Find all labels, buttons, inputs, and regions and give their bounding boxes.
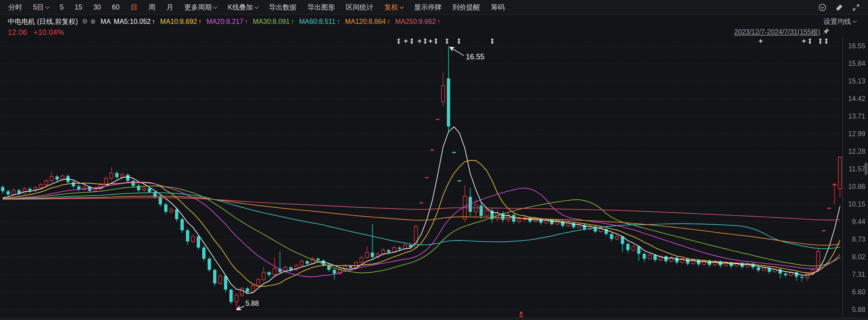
price-axis-label: 6.60 xyxy=(844,288,865,296)
toolbar-item-label: 30 xyxy=(93,3,101,11)
toolbar-item-label: 月 xyxy=(166,3,173,12)
ma-legend-text: MA250:9.662 xyxy=(395,18,436,25)
brush-icon[interactable] xyxy=(835,3,843,11)
toolbar-item-日[interactable]: 日 xyxy=(130,3,137,12)
price-axis-label: 12.28 xyxy=(844,148,865,156)
scrollbar-thumb[interactable] xyxy=(864,163,867,175)
price-axis-label: 16.55 xyxy=(844,42,865,50)
toolbar-item-区间统计[interactable]: 区间统计 xyxy=(346,3,373,12)
up-arrow-icon: ↑ xyxy=(245,18,248,25)
ma-legend-item-MA60: MA60:8.511↑ xyxy=(299,18,340,25)
close-icon[interactable]: ⊗ xyxy=(90,18,96,25)
price-axis-label: 13.71 xyxy=(844,112,865,120)
price-axis-label: 12.99 xyxy=(844,130,865,138)
ma-legend-item-MA250: MA250:9.662↑ xyxy=(395,18,440,25)
price-axis-label: 15.84 xyxy=(844,60,865,68)
stock-name: 中电电机 (日线,前复权) xyxy=(8,17,78,26)
stock-chart-app: 分时5日5153060日周月更多周期K线叠加导出数据导出图形区间统计复权显示停牌… xyxy=(0,0,868,320)
ma-legend-text: MA10:8.692 xyxy=(160,18,197,25)
ma-legend-text: MA20:8.217 xyxy=(207,18,243,25)
kline-plot-region[interactable] xyxy=(0,37,843,319)
ma-legend-item-MA5: MA5:10.052↑ xyxy=(114,18,156,25)
toolbar-item-label: 周 xyxy=(148,3,155,12)
toolbar-item-5[interactable]: 5 xyxy=(60,3,64,11)
toolbar-item-label: 60 xyxy=(112,3,120,11)
toolbar-item-5日[interactable]: 5日 xyxy=(33,3,49,12)
chevron-down-icon xyxy=(213,4,217,9)
toolbar-item-周[interactable]: 周 xyxy=(148,3,155,12)
price-axis-label: 14.42 xyxy=(844,95,865,103)
price-axis-label: 8.02 xyxy=(844,253,865,261)
ma-legend-item-MA10: MA10:8.692↑ xyxy=(160,18,202,25)
ma-legend: MA5:10.052↑MA10:8.692↑MA20:8.217↑MA30:8.… xyxy=(114,18,445,26)
up-arrow-icon: ↑ xyxy=(198,18,202,25)
toolbar-item-月[interactable]: 月 xyxy=(166,3,173,12)
price-axis: 16.5515.8415.1314.4213.7112.9912.2811.57… xyxy=(844,0,867,320)
chevron-down-icon xyxy=(400,4,404,9)
ma-legend-text: MA60:8.511 xyxy=(299,18,336,25)
toolbar-item-label: 15 xyxy=(75,3,83,11)
toolbar-item-到价提醒[interactable]: 到价提醒 xyxy=(453,3,480,12)
toolbar-item-label: 到价提醒 xyxy=(453,3,480,12)
gear-icon[interactable]: ⚙ xyxy=(82,18,88,25)
toolbar-item-导出图形[interactable]: 导出图形 xyxy=(308,3,335,12)
change-percent: +10.04% xyxy=(34,28,64,36)
period-toolbar: 分时5日5153060日周月更多周期K线叠加导出数据导出图形区间统计复权显示停牌… xyxy=(0,0,868,15)
price-axis-label: 7.31 xyxy=(844,270,865,279)
toolbar-item-label: 日 xyxy=(130,3,137,12)
toolbar-item-15[interactable]: 15 xyxy=(75,3,83,11)
last-price-change: 12.06 +10.04% xyxy=(8,28,64,37)
price-axis-label: 10.15 xyxy=(844,200,865,208)
date-range-text: 2023/12/7-2024/7/31(155根) xyxy=(734,27,820,37)
toolbar-item-30[interactable]: 30 xyxy=(93,3,101,11)
chevron-down-icon xyxy=(254,4,259,9)
toolbar-item-label: 更多周期 xyxy=(184,3,212,12)
collapse-circle-icon[interactable] xyxy=(818,3,827,12)
up-arrow-icon: ↑ xyxy=(152,18,156,25)
ma-legend-text: MA30:8.091 xyxy=(253,18,290,25)
ma-legend-item-MA120: MA120:8.864↑ xyxy=(345,18,390,25)
toolbar-item-label: 导出数据 xyxy=(269,3,297,12)
toolbar-item-K线叠加[interactable]: K线叠加 xyxy=(228,3,258,12)
ma-indicator-label: MA xyxy=(100,18,111,26)
up-arrow-icon: ↑ xyxy=(437,18,441,25)
toolbar-item-label: 5 xyxy=(60,3,64,11)
toolbar-item-导出数据[interactable]: 导出数据 xyxy=(269,3,297,12)
chart-info-row: 12.06 +10.04% 2023/12/7-2024/7/31(155根) xyxy=(0,27,868,39)
toolbar-item-60[interactable]: 60 xyxy=(112,3,120,11)
toolbar-items: 分时5日5153060日周月更多周期K线叠加导出数据导出图形区间统计复权显示停牌… xyxy=(8,3,516,12)
toolbar-item-label: K线叠加 xyxy=(228,3,253,12)
ma-legend-text: MA5:10.052 xyxy=(114,18,151,25)
toolbar-item-label: 5日 xyxy=(33,3,44,12)
toolbar-item-更多周期[interactable]: 更多周期 xyxy=(184,3,217,12)
price-axis-label: 5.88 xyxy=(844,306,865,314)
ma-legend-item-MA20: MA20:8.217↑ xyxy=(207,18,248,25)
toolbar-item-显示停牌[interactable]: 显示停牌 xyxy=(414,3,442,12)
toolbar-item-分时[interactable]: 分时 xyxy=(8,3,22,12)
last-price: 12.06 xyxy=(8,28,27,36)
toolbar-item-label: 区间统计 xyxy=(346,3,373,12)
up-arrow-icon: ↑ xyxy=(337,18,340,25)
price-axis-label: 11.57 xyxy=(844,165,865,173)
pin-icon[interactable] xyxy=(823,28,830,37)
toolbar-item-label: 筹码 xyxy=(491,3,505,12)
price-axis-label: 10.86 xyxy=(844,183,865,191)
chevron-down-icon xyxy=(45,4,50,9)
ma-legend-text: MA120:8.864 xyxy=(345,18,386,25)
up-arrow-icon: ↑ xyxy=(387,18,391,25)
bottom-divider xyxy=(0,318,868,320)
toolbar-item-label: 显示停牌 xyxy=(414,3,442,12)
toolbar-item-label: 分时 xyxy=(8,3,22,12)
price-axis-label: 9.44 xyxy=(844,218,865,226)
price-axis-label: 15.13 xyxy=(844,77,865,85)
date-range-link[interactable]: 2023/12/7-2024/7/31(155根) xyxy=(734,27,830,37)
up-arrow-icon: ↑ xyxy=(291,18,294,25)
toolbar-item-label: 复权 xyxy=(384,3,398,12)
toolbar-item-复权[interactable]: 复权 xyxy=(384,3,403,12)
toolbar-item-label: 导出图形 xyxy=(308,3,335,12)
ma-legend-item-MA30: MA30:8.091↑ xyxy=(253,18,294,25)
toolbar-item-筹码[interactable]: 筹码 xyxy=(491,3,505,12)
chart-title-row: 中电电机 (日线,前复权) ⚙ ⊗ MA MA5:10.052↑MA10:8.6… xyxy=(0,15,868,28)
price-axis-label: 8.73 xyxy=(844,235,865,244)
